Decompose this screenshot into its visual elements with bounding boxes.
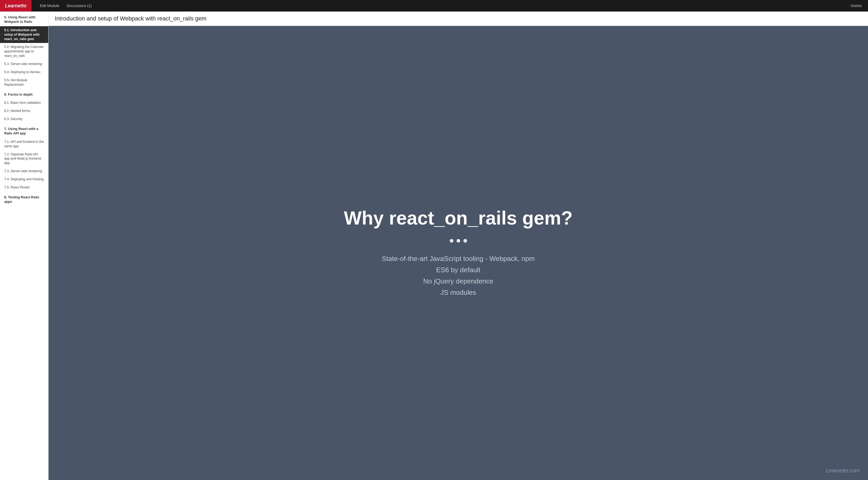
sidebar-item-7-1[interactable]: 7.1. API and frontend in the same app — [0, 138, 48, 150]
slide-dot-3 — [463, 239, 467, 243]
content-header: Introduction and setup of Webpack with r… — [49, 11, 868, 26]
slide-dot-1 — [450, 239, 454, 243]
edit-module-link[interactable]: Edit Module — [40, 4, 59, 8]
slide-sub-line-1: State-of-the-art JavaScript tooling - We… — [382, 253, 535, 264]
slide-sub-line-4: JS modules — [382, 287, 535, 298]
slide-dot-2 — [457, 239, 460, 243]
page-title: Introduction and setup of Webpack with r… — [55, 15, 862, 22]
user-display: hrishio — [851, 4, 868, 8]
sidebar-item-7-3[interactable]: 7.3. Server-side rendering — [0, 167, 48, 175]
slide-dots — [450, 239, 467, 243]
sidebar-item-7-4[interactable]: 7.4. Deploying and Hosting — [0, 175, 48, 183]
sidebar-item-5-2[interactable]: 5.2. Migrating the Calendar appointments… — [0, 43, 48, 60]
sidebar-section-6-title: 6. Forms in depth — [0, 89, 48, 99]
slide-container: Why react_on_rails gem? State-of-the-art… — [49, 26, 868, 480]
sidebar-section-5-title: 5. Using React with Webpack in Rails — [0, 11, 48, 26]
sidebar-item-6-1[interactable]: 6.1. Basic form validation — [0, 99, 48, 107]
sidebar-item-5-5[interactable]: 5.5. Hot Module Replacement — [0, 76, 48, 89]
logo[interactable]: Learnetto — [0, 0, 31, 11]
slide-main-text: Why react_on_rails gem? — [344, 208, 572, 229]
sidebar-item-6-3[interactable]: 6.3. Security — [0, 115, 48, 123]
sidebar: 5. Using React with Webpack in Rails 5.1… — [0, 11, 49, 480]
content-area: Introduction and setup of Webpack with r… — [49, 11, 868, 480]
slide-sub-line-2: ES6 by default — [382, 264, 535, 276]
sidebar-section-7-title: 7. Using React with a Rails API app — [0, 123, 48, 138]
logo-text: Learnetto — [5, 3, 27, 9]
sidebar-item-6-2[interactable]: 6.2. Nested forms — [0, 107, 48, 115]
discussions-link[interactable]: Discussions (1) — [67, 4, 92, 8]
sidebar-item-5-4[interactable]: 5.4. Deploying to Heroku — [0, 68, 48, 76]
main-layout: 5. Using React with Webpack in Rails 5.1… — [0, 11, 868, 480]
top-nav: Learnetto Edit Module Discussions (1) hr… — [0, 0, 868, 11]
sidebar-item-7-5[interactable]: 7.5. React Router — [0, 183, 48, 192]
slide-watermark: Learnetto.com — [826, 468, 860, 474]
sidebar-item-5-1[interactable]: 5.1. Introduction and setup of Webpack w… — [0, 26, 48, 43]
slide-sub-line-3: No jQuery dependence — [382, 276, 535, 287]
sidebar-item-5-3[interactable]: 5.3. Server-side rendering — [0, 60, 48, 68]
sidebar-section-8-title: 8. Testing React Rails apps — [0, 192, 48, 206]
nav-links: Edit Module Discussions (1) — [31, 4, 851, 8]
slide-sub-text: State-of-the-art JavaScript tooling - We… — [382, 253, 535, 298]
sidebar-item-7-2[interactable]: 7.2. Separate Rails API app and Node.js … — [0, 150, 48, 167]
